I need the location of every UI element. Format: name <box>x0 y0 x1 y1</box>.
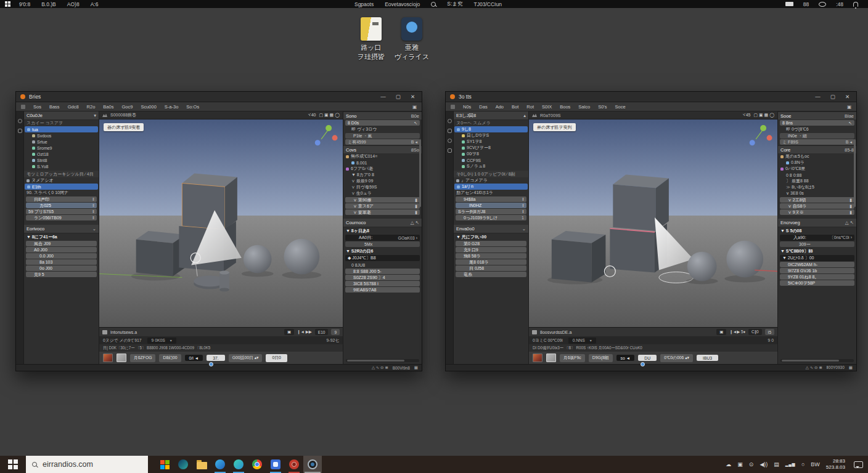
menu-item[interactable]: Boos <box>560 104 570 110</box>
property-value[interactable]: 85-8 <box>842 147 854 153</box>
topbar-search-label[interactable]: S:ま究 <box>447 1 462 8</box>
menu-item[interactable]: S-a-3o <box>165 104 179 110</box>
outliner-row[interactable]: E1th <box>25 184 98 190</box>
property-row[interactable]: ∨ 生0ュラ <box>343 190 422 196</box>
env-row[interactable]: 飛8 58ラ <box>456 253 526 259</box>
viewport-shading-icons[interactable]: ▢ ▣ ▦ ◯ <box>319 113 340 118</box>
outliner-row[interactable]: 90. スラベく0 10阿ナ <box>24 190 99 196</box>
property-value[interactable]: 〔0ns℃0ⅰ › <box>827 235 852 241</box>
search-icon[interactable] <box>431 2 436 7</box>
language-indicator[interactable]: BW <box>811 461 820 467</box>
property-row[interactable]: ▼ 8ヶ日あ8 <box>343 227 422 234</box>
value-input-white[interactable]: 37. <box>207 355 224 361</box>
outliner-row[interactable]: ヌ0ーヘ スムメラ <box>454 120 528 126</box>
property-row[interactable]: Sooe Blae <box>778 111 856 119</box>
property-value[interactable]: B ◂ <box>409 140 417 145</box>
vertical-scrollbar[interactable] <box>419 139 421 207</box>
material-preview-thumb[interactable] <box>103 354 113 362</box>
property-row[interactable]: Covs 8So <box>343 145 422 153</box>
outliner-row[interactable]: E3しJ回8 ▴ <box>454 111 528 120</box>
outliner-row[interactable]: 9CVびヲー8 <box>454 145 528 151</box>
photo-icon[interactable]: ▣ <box>737 461 743 467</box>
timeline-mode-label[interactable]: 0ヨミC 00℃09i <box>533 338 563 344</box>
start-menu-icon[interactable] <box>155 456 174 473</box>
active-app-icon[interactable] <box>303 456 322 473</box>
status-grid-icon[interactable]: ▦ <box>849 365 853 370</box>
property-row[interactable]: ▼ 8カア0 8 <box>343 172 422 178</box>
outliner-row-value[interactable]: ‖ <box>90 203 94 208</box>
clock-icon[interactable]: ⊙ <box>749 461 754 467</box>
globe-icon[interactable]: ○ <box>801 461 805 467</box>
menu-item[interactable]: So:Os <box>186 104 199 110</box>
property-value[interactable]: ▮ <box>847 204 852 209</box>
outliner-row-value[interactable]: ‖ <box>520 197 524 201</box>
env-row[interactable]: 0.0 J00 <box>26 253 97 259</box>
menu-item[interactable]: Scu000 <box>141 104 156 110</box>
viewport-scene-svg[interactable] <box>529 119 777 327</box>
outliner-row[interactable]: Srome9 <box>24 145 99 151</box>
outliner-row[interactable]: ヌメアシオ <box>24 177 99 184</box>
bell-icon[interactable] <box>853 2 858 7</box>
property-row[interactable]: ∨ 要軍老 ▮ <box>345 209 420 215</box>
speaker-icon[interactable]: ◀)) <box>760 461 768 467</box>
property-row[interactable]: ミ有4599 B ◂ <box>345 139 420 145</box>
viewport-3d[interactable]: 器の床ず筋9安着 <box>99 119 343 327</box>
outliner-row[interactable]: 59 プリS7S5 ‖ <box>26 209 97 214</box>
timeline-row3[interactable]: 日| D0K〔30に7ー 〔5〕 B8800 J908 1W000-4CD09 … <box>99 344 343 352</box>
action-button-1[interactable]: 月6ZFOG <box>130 354 155 362</box>
viewport-overlay-toggle[interactable]: ヾ40 <box>307 112 316 118</box>
outliner-row[interactable]: 』アコメアラ <box>454 177 528 184</box>
property-row[interactable]: 尾のa:5もoc <box>778 153 856 160</box>
frame-field[interactable]: E10 <box>315 329 329 335</box>
topbar-menu-item[interactable]: Eovetavosciojo <box>385 1 420 7</box>
app-menu-icon[interactable] <box>21 105 25 109</box>
os-logo-icon[interactable] <box>5 1 10 7</box>
env-row[interactable]: 8a 103 <box>26 259 97 265</box>
value-input-dark[interactable]: so ◄ <box>616 355 635 361</box>
timeline-dropdown[interactable]: 0.NNS <box>568 338 596 344</box>
outliner-row[interactable]: tua <box>25 126 98 132</box>
timeline-mode-label[interactable]: 0ヌジで メの9て917 <box>103 338 142 344</box>
property-row[interactable]: ∨ 2工8切 ▮ <box>780 197 854 203</box>
outliner-row[interactable]: 1aリn <box>454 184 528 190</box>
viewport-mode-icon[interactable] <box>532 113 537 117</box>
env-row[interactable]: 第0 G28 <box>456 241 526 246</box>
property-row[interactable]: Encrvoeg △ ↖ <box>778 219 856 227</box>
app-menu-icon[interactable] <box>451 105 455 109</box>
editor-icon-gear[interactable] <box>448 129 452 133</box>
topbar-right-menu[interactable]: TJ03/CCIun <box>474 1 502 7</box>
property-row[interactable]: 5ⅠC※00ヲ58P <box>780 280 854 286</box>
outliner-row[interactable]: S.Yo8 <box>24 163 99 169</box>
outliner-row[interactable]: 肋アセン41ſ0ホ1ラ <box>454 190 528 196</box>
property-row[interactable]: 9ⅠEA8S∕7A8 <box>345 287 420 293</box>
status-icons[interactable]: △ ∿ ⊙ ≣ <box>372 365 388 370</box>
close-button[interactable]: ✕ <box>845 94 850 100</box>
start-button[interactable] <box>0 456 26 473</box>
property-value[interactable]: ▮ <box>412 204 417 209</box>
property-row[interactable]: ▼ S 5の08 <box>778 227 856 234</box>
topbar-menu-item[interactable]: AO)8 <box>67 1 80 7</box>
edge-dark-icon[interactable] <box>174 456 192 473</box>
network-signal-icon[interactable]: ▂▄▆ <box>785 462 795 467</box>
property-row[interactable]: 9YZ8 01ね8 8。 <box>780 274 854 280</box>
folder-icon[interactable] <box>532 330 537 334</box>
menu-item[interactable]: Goc9 <box>121 104 133 110</box>
playback-controls[interactable]: ❙◄▶ 5♦ <box>729 329 745 334</box>
env-row[interactable]: ▼ 尺にフ0い00 <box>454 233 528 240</box>
outliner-row[interactable]: Sラー列8ガJ8 ‖ <box>456 209 526 214</box>
menu-item[interactable]: N0s <box>463 104 471 110</box>
action-center-icon[interactable] <box>854 461 863 468</box>
property-row[interactable]: S0Z28 2S90 〕4 <box>345 275 420 280</box>
viewport-mode-icon[interactable] <box>102 113 107 117</box>
topbar-menu-item[interactable]: 9'0:8 <box>19 1 30 7</box>
outliner-row[interactable]: Svdoos <box>24 132 99 139</box>
outliner-row[interactable]: CCF9S <box>454 157 528 163</box>
tray-oval-icon[interactable] <box>819 2 826 7</box>
red-app-icon[interactable] <box>285 456 303 473</box>
env-row[interactable]: 充9 口9 <box>456 247 526 253</box>
outliner-row-value[interactable]: ‖ <box>520 203 524 208</box>
edge-icon[interactable] <box>211 456 229 473</box>
property-value[interactable]: GOaK03 › <box>395 236 417 240</box>
menu-item[interactable]: Gdc8 <box>68 104 79 110</box>
window-titlebar[interactable]: Bries — ▢ ✕ <box>16 92 422 102</box>
